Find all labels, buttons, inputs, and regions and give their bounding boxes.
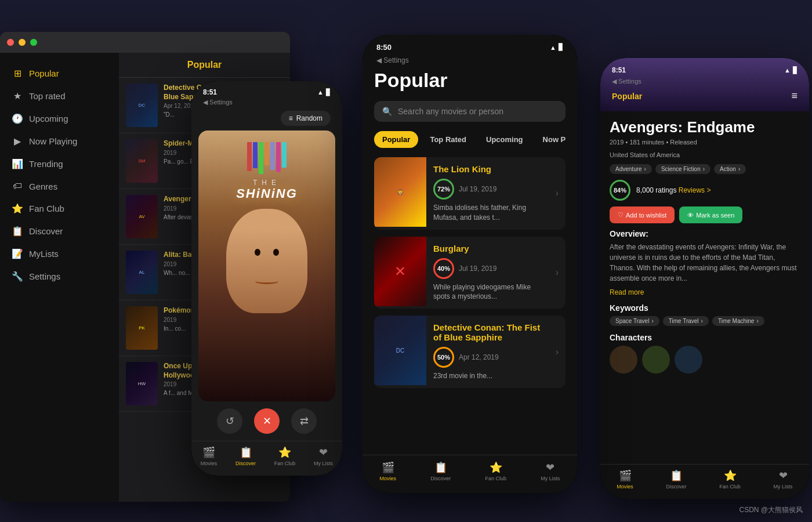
tab-upcoming[interactable]: Upcoming [478,131,531,148]
tab-now-playing[interactable]: Now Play... [535,131,566,148]
fanclub-nav-icon: ⭐ [278,446,291,459]
random-button[interactable]: ≡ Random [281,111,331,126]
movie-poster: SM [126,139,158,183]
movie-list-header: Popular [119,53,290,78]
tab-top-rated[interactable]: Top Rated [422,131,474,148]
nav-my-lists[interactable]: ❤ My Lists [314,446,333,466]
sidebar-item-now-playing[interactable]: ▶ Now Playing [2,130,117,153]
movies-nav-icon: 🎬 [619,469,632,482]
sidebar-item-discover[interactable]: 📋 Discover [2,220,117,242]
movie-poster: AL [126,251,158,294]
maximize-button[interactable] [30,39,37,46]
keyword-time-travel[interactable]: Time Travel › [663,316,709,326]
discover-icon: 📋 [12,226,23,237]
right-eye [273,249,279,256]
eyes [255,249,279,256]
keyword-time-machine[interactable]: Time Machine › [712,316,764,326]
refresh-button[interactable]: ↺ [217,408,242,434]
close-button[interactable] [7,39,14,46]
play-icon: ▶ [12,136,23,147]
keyword-tags: Space Travel › Time Travel › Time Machin… [610,316,800,326]
nav-my-lists[interactable]: ❤ My Lists [774,469,793,490]
shining-poster: THE SHiNiNG [198,130,335,401]
chevron-icon: › [756,318,758,324]
heart-icon: ♡ [618,211,624,219]
face-illustration [226,209,307,313]
mark-seen-button[interactable]: 👁 Mark as seen [679,206,742,223]
reviews-link[interactable]: Reviews > [679,186,711,194]
nav-my-lists[interactable]: ❤ My Lists [541,461,560,481]
nav-discover[interactable]: 📋 Discover [235,446,256,466]
settings-icon: 🔧 [12,271,23,282]
chevron-icon: › [703,166,705,172]
nav-fan-club[interactable]: ⭐ Fan Club [719,469,741,490]
list-item[interactable]: 🦁 The Lion King 72% Jul 19, 2019 Simba i… [374,157,566,230]
phone-popular: 8:50 ▲ ▊ ◀ Settings Popular 🔍 Search any… [362,35,577,493]
genre-adventure[interactable]: Adventure › [610,164,652,174]
movie-poster: DC [126,84,158,127]
movie-info: Detective Conan: The Fist of Blue Sapphi… [426,316,549,388]
back-nav[interactable]: ◀ Settings [612,78,798,85]
nav-movies[interactable]: 🎬 Movies [617,469,633,490]
nav-discover[interactable]: 📋 Discover [430,461,451,481]
movie-detail-header: 8:51 ▲ ▊ ◀ Settings Popular ≡ [600,58,809,111]
tag-icon: 🏷 [12,181,23,191]
battery-icon: ▊ [559,44,563,51]
status-bar: 8:51 ▲ ▊ [612,66,798,74]
wishlist-button[interactable]: ♡ Add to wishlist [610,206,675,223]
phone4-inner: 8:51 ▲ ▊ ◀ Settings Popular ≡ Avengers: … [600,58,809,499]
sidebar-item-popular[interactable]: ⊞ Popular [2,62,117,85]
keyword-space-travel[interactable]: Space Travel › [610,316,659,326]
nav-movies[interactable]: 🎬 Movies [201,446,217,466]
chevron-icon: › [651,318,653,324]
sidebar-item-mylists[interactable]: 📝 MyLists [2,242,117,265]
wifi-icon: ▲ [784,67,791,74]
chart-icon: 📊 [12,158,23,169]
nav-movies[interactable]: 🎬 Movies [380,461,397,481]
movie-info: Burglary 40% Jul 19, 2019 While playing … [426,237,549,309]
sidebar-item-trending[interactable]: 📊 Trending [2,153,117,175]
character-avatar [642,346,670,374]
nav-discover[interactable]: 📋 Discover [666,469,687,490]
chevron-icon: › [738,166,740,172]
dismiss-button[interactable]: ✕ [254,408,280,434]
status-bar: 8:50 ▲ ▊ [362,35,577,55]
clock-icon: 🕐 [12,113,23,124]
sidebar-item-upcoming[interactable]: 🕐 Upcoming [2,107,117,130]
back-nav[interactable]: ◀ Settings [191,99,342,111]
character-avatar [675,346,702,374]
sidebar-item-settings[interactable]: 🔧 Settings [2,265,117,288]
shuffle-button[interactable]: ⇄ [291,408,317,434]
rating-row: 40% Jul 19, 2019 [433,258,542,279]
page-title: Popular [374,69,566,92]
sidebar-item-top-rated[interactable]: ★ Top rated [2,85,117,107]
eye-icon: 👁 [687,212,694,219]
search-bar[interactable]: 🔍 Search any movies or person [374,101,566,122]
overview-heading: Overview: [610,229,800,238]
characters-heading: Characters [610,333,800,342]
keywords-heading: Keywords [610,303,800,313]
nav-fan-club[interactable]: ⭐ Fan Club [274,446,296,466]
sidebar: ⊞ Popular ★ Top rated 🕐 Upcoming ▶ Now P… [0,53,119,502]
ratings-count: 8,000 ratings Reviews > [636,186,710,194]
chevron-right-icon: › [549,316,566,388]
chevron-right-icon: › [549,237,566,309]
tab-popular[interactable]: Popular [374,131,418,148]
movie-poster: AV [126,195,158,238]
read-more-link[interactable]: Read more [610,288,800,296]
genre-action[interactable]: Action › [714,164,746,174]
nav-fan-club[interactable]: ⭐ Fan Club [485,461,507,481]
rating-row: 84% 8,000 ratings Reviews > [610,180,800,201]
bottom-nav: 🎬 Movies 📋 Discover ⭐ Fan Club ❤ My List… [600,464,809,499]
movies-nav-icon: 🎬 [382,461,394,474]
list-item[interactable]: ✕ Burglary 40% Jul 19, 2019 While playin… [374,237,566,309]
mouth [255,278,278,284]
movie-card[interactable]: THE SHiNiNG The Shining [198,130,335,401]
sidebar-item-genres[interactable]: 🏷 Genres [2,175,117,197]
movie-poster: ✕ [374,237,426,306]
sidebar-item-fan-club[interactable]: ⭐ Fan Club [2,197,117,220]
list-item[interactable]: DC Detective Conan: The Fist of Blue Sap… [374,316,566,388]
minimize-button[interactable] [19,39,26,46]
back-nav[interactable]: ◀ Settings [362,55,577,69]
genre-sci-fi[interactable]: Science Fiction › [655,164,710,174]
